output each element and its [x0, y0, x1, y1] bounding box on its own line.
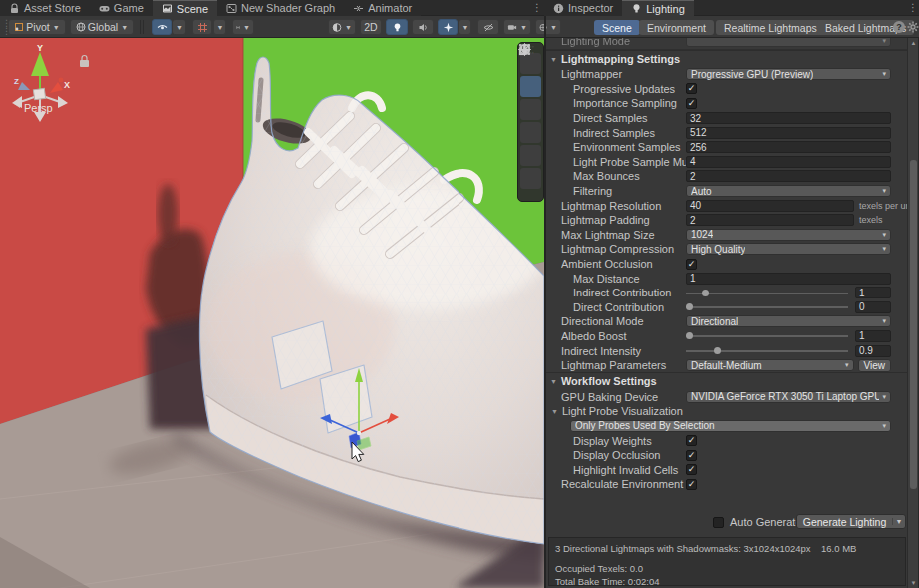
dropdown-max-lightmap-size[interactable]: 1024▾	[686, 229, 891, 241]
slider-thumb[interactable]	[686, 303, 693, 310]
pivot-label: Pivot	[26, 21, 49, 33]
tab-inspector[interactable]: Inspector	[544, 0, 622, 16]
camera-dropdown[interactable]: ▼	[503, 19, 531, 35]
scene-vis-hidden-toggle[interactable]	[477, 19, 499, 35]
lighting-tab-environment[interactable]: Environment	[639, 20, 714, 35]
section-workflow-settings[interactable]: ▼Workflow Settings	[546, 372, 907, 389]
scene-panel-menu-icon[interactable]: ⋮	[531, 0, 543, 16]
transform-tool-button[interactable]	[520, 168, 541, 189]
lighting-mode-dropdown[interactable]: ▾	[686, 38, 891, 47]
checkbox-display-weights[interactable]: ✓	[686, 435, 697, 446]
setting-label: Display Weights	[561, 435, 686, 447]
move-tool-button[interactable]	[520, 76, 541, 97]
setting-label: Direct Contribution	[561, 301, 686, 313]
rect-tool-button[interactable]	[520, 145, 541, 166]
slider-value-albedo-boost[interactable]: 1	[855, 330, 891, 342]
grid-toggle[interactable]	[192, 19, 212, 35]
pivot-dropdown[interactable]: Pivot▼	[8, 19, 66, 35]
scroll-up-icon[interactable]: ▲	[908, 40, 919, 46]
checkbox-highlight-invalid-cells[interactable]: ✓	[686, 464, 697, 475]
persp-label[interactable]: Persp	[24, 102, 53, 114]
slider-value-direct-contribution[interactable]: 0	[855, 301, 891, 313]
setting-label: Lightmap Compression	[561, 243, 686, 255]
chevron-down-icon: ▾	[842, 361, 849, 369]
effects-menu[interactable]: ▼	[459, 19, 471, 35]
row-display-weights: Display Weights✓	[546, 433, 907, 448]
dropdown-lightmap-parameters[interactable]: Default-Medium▾	[686, 359, 854, 371]
scroll-down-icon[interactable]: ▼	[908, 580, 919, 586]
shading-sphere-icon	[332, 22, 342, 33]
help-icon[interactable]: ?	[893, 21, 905, 33]
gear-icon[interactable]	[907, 21, 919, 33]
field-direct-samples[interactable]: 32	[686, 112, 891, 124]
dropdown-lightmap-compression[interactable]: High Quality▾	[686, 243, 891, 255]
tab-new-shader-graph[interactable]: New Shader Graph	[217, 0, 344, 16]
auto-generate-checkbox[interactable]	[713, 517, 724, 528]
scrollbar-thumb[interactable]	[910, 160, 917, 489]
tab-label: Inspector	[568, 2, 613, 14]
foldout-label[interactable]: Light Probe Visualization	[562, 405, 683, 417]
slider-value-indirect-intensity[interactable]: 0.9	[855, 345, 891, 357]
tab-lighting[interactable]: Lighting	[622, 0, 694, 16]
scene-viewport[interactable]: Y X Z Persp ⋯⋯	[0, 38, 544, 588]
rotate-tool-button[interactable]	[520, 99, 541, 120]
dropdown-directional-mode[interactable]: Directional▾	[686, 315, 891, 327]
inspector-scrollbar[interactable]: ▲ ▼	[907, 38, 918, 588]
field-max-bounces[interactable]: 2	[686, 170, 891, 182]
dropdown-filtering[interactable]: Auto▾	[686, 185, 891, 197]
gizmos-dropdown[interactable]: ▼	[535, 19, 561, 35]
tab-asset-store[interactable]: Asset Store	[0, 0, 90, 16]
grid-menu[interactable]: ▼	[213, 19, 226, 35]
global-dropdown[interactable]: Global▼	[70, 19, 134, 35]
foldout-triangle-icon[interactable]: ▼	[551, 408, 558, 415]
row-lightmap-compression: Lightmap CompressionHigh Quality▾	[546, 242, 907, 257]
scale-tool-button[interactable]	[520, 122, 541, 143]
lighting-tab-scene[interactable]: Scene	[594, 20, 640, 35]
hand-tool-button[interactable]	[520, 53, 541, 74]
dropdown-gpu-baking-device[interactable]: NVIDIA GeForce RTX 3050 Ti Laptop GPU▾	[686, 391, 891, 403]
section-lightmapping-settings[interactable]: ▼Lightmapping Settings	[546, 50, 907, 67]
tab-game[interactable]: Game	[90, 0, 153, 16]
draw-mode-dropdown[interactable]: ▼	[328, 19, 356, 35]
global-label: Global	[88, 21, 118, 33]
tab-animator[interactable]: Animator	[344, 0, 421, 16]
field-lightmap-padding[interactable]: 2	[686, 214, 854, 226]
audio-icon	[418, 22, 429, 33]
field-light-probe-sample-multip[interactable]: 4	[686, 156, 891, 168]
shader-graph-icon	[226, 3, 237, 14]
inspector-panel-menu-icon[interactable]: ⋮	[907, 0, 919, 16]
snap-toggle[interactable]: ▼	[232, 19, 254, 35]
checkbox-progressive-updates[interactable]: ✓	[686, 83, 697, 94]
lighting-tab-realtime-lightmaps[interactable]: Realtime Lightmaps	[716, 20, 825, 35]
slider-value-indirect-contribution[interactable]: 1	[855, 287, 891, 298]
checkbox-display-occlusion[interactable]: ✓	[686, 450, 697, 461]
view-button[interactable]: View	[858, 359, 892, 372]
grid-icon	[197, 22, 208, 33]
checkbox-ambient-occlusion[interactable]: ✓	[686, 259, 697, 270]
field-environment-samples[interactable]: 256	[686, 141, 891, 153]
slider-direct-contribution[interactable]	[686, 302, 848, 312]
slider-thumb[interactable]	[686, 332, 693, 339]
lighting-panel: Lighting Mode ▾ ▼Lightmapping SettingsLi…	[546, 38, 907, 588]
slider-albedo-boost[interactable]	[686, 331, 848, 341]
checkbox-importance-sampling[interactable]: ✓	[686, 98, 697, 109]
slider-indirect-intensity[interactable]	[686, 346, 848, 356]
field-lightmap-resolution[interactable]: 40	[686, 200, 854, 212]
field-max-distance[interactable]: 1	[686, 273, 891, 285]
dropdown-lightmapper[interactable]: Progressive GPU (Preview)▾	[686, 68, 891, 80]
scene-lighting-toggle[interactable]	[386, 19, 408, 35]
slider-thumb[interactable]	[714, 347, 721, 354]
scene-audio-toggle[interactable]	[412, 19, 434, 35]
slider-thumb[interactable]	[702, 290, 709, 296]
generate-lighting-button[interactable]: Generate Lighting ▼	[796, 514, 906, 529]
scene-visibility-menu[interactable]: ▼	[173, 19, 186, 35]
checkbox-recalculate-environment-lig[interactable]: ✓	[686, 479, 697, 490]
row-only-probes-used-by-selection: Only Probes Used By Selection▾	[546, 419, 907, 434]
field-indirect-samples[interactable]: 512	[686, 127, 891, 139]
scene-visibility-toggle[interactable]	[152, 19, 172, 35]
tab-scene[interactable]: Scene	[153, 0, 217, 16]
slider-indirect-contribution[interactable]	[686, 288, 848, 297]
scene-effects-toggle[interactable]	[438, 19, 458, 35]
wide-dropdown-only-probes-used-by-selection[interactable]: Only Probes Used By Selection▾	[570, 420, 891, 432]
2d-toggle[interactable]: 2D	[360, 19, 382, 35]
